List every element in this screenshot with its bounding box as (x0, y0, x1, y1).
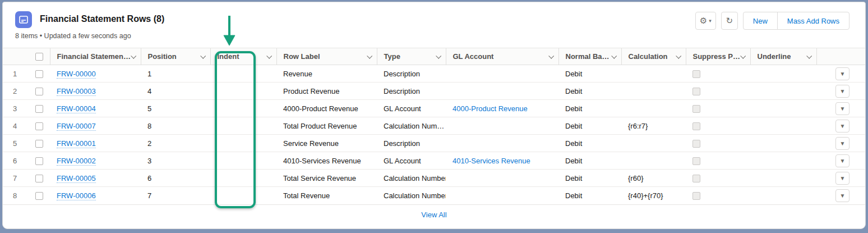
indent-cell (210, 170, 276, 187)
action-button-group: New Mass Add Rows (743, 12, 849, 30)
row-actions-button[interactable]: ▼ (835, 85, 849, 98)
refresh-button[interactable]: ↻ (721, 12, 738, 30)
normal-balance-cell: Debit (558, 187, 621, 204)
chevron-down-icon[interactable] (611, 53, 617, 59)
row-select-cell (29, 170, 50, 187)
record-link[interactable]: FRW-00002 (57, 157, 96, 166)
normal-balance-cell: Debit (558, 135, 621, 152)
row-checkbox[interactable] (35, 157, 43, 165)
suppress-cell (686, 83, 750, 100)
underline-cell (750, 117, 816, 135)
record-link[interactable]: FRW-00006 (57, 191, 96, 200)
row-actions-cell: ▼ (816, 83, 865, 100)
select-all-checkbox[interactable] (35, 53, 43, 61)
suppress-cell (686, 135, 750, 152)
row-number: 2 (3, 83, 29, 100)
column-header-suppress[interactable]: Suppress P… (686, 48, 750, 65)
row-actions-button[interactable]: ▼ (835, 172, 849, 185)
type-cell: Calculation Number (377, 170, 446, 187)
record-link[interactable]: FRW-00007 (57, 122, 96, 131)
column-header-position[interactable]: Position (141, 48, 210, 65)
list-meta-text: 8 items • Updated a few seconds ago (15, 32, 131, 40)
underline-cell (750, 100, 816, 117)
row-checkbox[interactable] (35, 70, 43, 78)
row-actions-button[interactable]: ▼ (835, 137, 849, 150)
calculation-cell (621, 83, 686, 100)
row-actions-cell: ▼ (816, 170, 865, 187)
row-number: 4 (3, 117, 29, 135)
calculation-cell (621, 65, 686, 83)
row-actions-button[interactable]: ▼ (835, 120, 849, 133)
header-actions: ⚙ ▾ ↻ New Mass Add Rows (695, 12, 849, 30)
underline-cell (750, 187, 816, 204)
chevron-down-icon[interactable] (806, 53, 812, 59)
table-row: 1FRW-000001RevenueDescriptionDebit▼ (3, 65, 865, 83)
gl-account-cell (446, 187, 558, 204)
indent-cell (210, 152, 276, 170)
suppress-cell (686, 187, 750, 204)
view-all-bar: View All (3, 204, 865, 225)
row-actions-button[interactable]: ▼ (835, 67, 849, 80)
record-link[interactable]: FRW-00003 (57, 87, 96, 96)
suppress-checkbox (692, 192, 700, 200)
chevron-down-icon[interactable] (436, 53, 441, 59)
row-label-cell: Service Revenue (276, 135, 377, 152)
chevron-down-icon[interactable] (131, 53, 136, 59)
chevron-down-icon[interactable] (367, 53, 372, 59)
row-label-cell: 4010-Services Revenue (276, 152, 377, 170)
indent-cell (210, 83, 276, 100)
underline-cell (750, 135, 816, 152)
row-actions-button[interactable]: ▼ (835, 154, 849, 167)
record-link[interactable]: FRW-00005 (57, 174, 96, 183)
row-checkbox[interactable] (35, 192, 43, 200)
record-link[interactable]: FRW-00000 (57, 70, 96, 79)
view-all-link[interactable]: View All (421, 211, 446, 219)
list-settings-button[interactable]: ⚙ ▾ (695, 12, 716, 30)
position-cell: 6 (141, 170, 210, 187)
suppress-cell (686, 170, 750, 187)
mass-add-rows-button[interactable]: Mass Add Rows (777, 12, 849, 30)
chevron-down-icon[interactable] (200, 53, 206, 59)
table-row: 8FRW-000067Total RevenueCalculation Numb… (3, 187, 865, 204)
column-header-underline[interactable]: Underline (750, 48, 816, 65)
gl-account-link[interactable]: 4000-Product Revenue (453, 104, 528, 113)
position-cell: 4 (141, 83, 210, 100)
row-label-cell: Total Revenue (276, 187, 377, 204)
column-header-row-label[interactable]: Row Label (276, 48, 377, 65)
row-label-cell: Total Service Revenue (276, 170, 377, 187)
gl-account-link[interactable]: 4010-Services Revenue (453, 157, 530, 165)
row-select-cell (29, 152, 50, 170)
record-link[interactable]: FRW-00004 (57, 104, 96, 113)
column-header-indent[interactable]: Indent (210, 48, 276, 65)
chevron-down-icon[interactable] (266, 53, 272, 59)
row-select-cell (29, 117, 50, 135)
suppress-checkbox (692, 122, 700, 130)
row-checkbox[interactable] (35, 105, 43, 113)
new-button[interactable]: New (743, 12, 778, 30)
row-actions-cell: ▼ (816, 117, 865, 135)
column-header-type[interactable]: Type (377, 48, 446, 65)
row-actions-button[interactable]: ▼ (835, 102, 849, 115)
row-number: 7 (3, 170, 29, 187)
chevron-down-icon[interactable] (548, 53, 554, 59)
chevron-down-icon: ▾ (709, 18, 712, 24)
suppress-checkbox (692, 105, 700, 113)
record-name-cell: FRW-00007 (50, 117, 141, 135)
table-row: 4FRW-000078Total Product RevenueCalculat… (3, 117, 865, 135)
chevron-down-icon[interactable] (676, 53, 681, 59)
suppress-checkbox (692, 88, 700, 95)
row-checkbox[interactable] (35, 122, 43, 130)
record-link[interactable]: FRW-00001 (57, 139, 96, 148)
column-header-gl-account[interactable]: GL Account (446, 48, 558, 65)
row-checkbox[interactable] (35, 88, 43, 95)
row-actions-button[interactable]: ▼ (835, 189, 849, 202)
row-checkbox[interactable] (35, 140, 43, 148)
row-actions-header (816, 48, 865, 65)
column-header-calculation[interactable]: Calculation (621, 48, 686, 65)
record-name-cell: FRW-00005 (50, 170, 141, 187)
position-cell: 3 (141, 152, 210, 170)
column-header-financial-statement[interactable]: Financial Statemen… (50, 48, 141, 65)
row-checkbox[interactable] (35, 175, 43, 182)
column-header-normal-balance[interactable]: Normal Ba… (558, 48, 621, 65)
chevron-down-icon[interactable] (740, 53, 746, 59)
